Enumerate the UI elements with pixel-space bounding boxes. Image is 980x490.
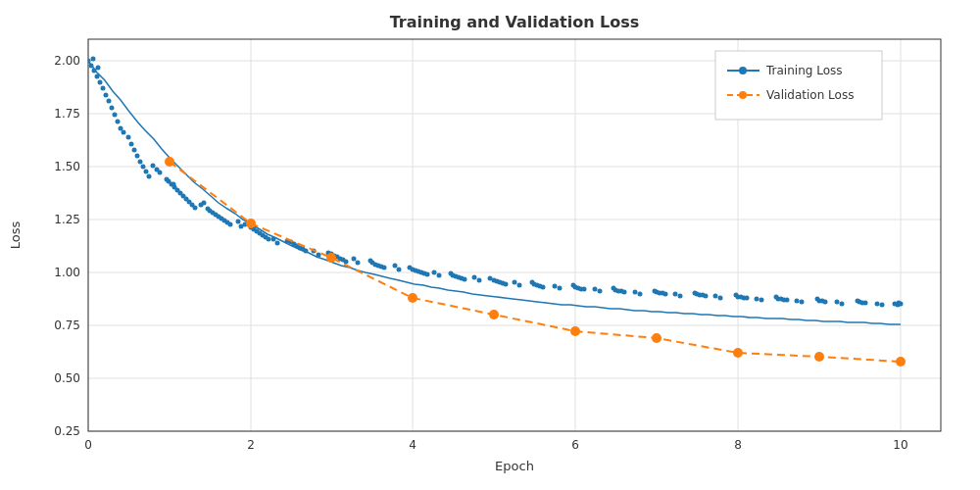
svg-point-206 <box>875 302 880 307</box>
svg-text:0.25: 0.25 <box>54 424 80 438</box>
svg-point-108 <box>504 282 509 287</box>
svg-text:1.00: 1.00 <box>54 266 80 279</box>
svg-point-197 <box>678 294 683 299</box>
svg-point-203 <box>800 300 805 305</box>
svg-point-48 <box>141 165 146 170</box>
svg-point-161 <box>653 289 658 294</box>
svg-point-171 <box>172 182 176 187</box>
svg-point-172 <box>202 201 207 206</box>
svg-point-116 <box>582 287 587 292</box>
svg-point-187 <box>477 278 482 283</box>
svg-point-154 <box>368 259 373 264</box>
svg-text:1.75: 1.75 <box>54 107 80 121</box>
svg-point-213 <box>570 326 580 336</box>
svg-point-183 <box>397 268 402 272</box>
svg-point-132 <box>745 296 750 301</box>
svg-text:1.50: 1.50 <box>54 160 80 173</box>
svg-point-168 <box>151 164 156 169</box>
svg-point-201 <box>760 298 764 303</box>
svg-point-169 <box>158 171 163 175</box>
svg-point-212 <box>489 310 499 319</box>
svg-point-188 <box>513 280 517 285</box>
svg-point-98 <box>425 272 430 277</box>
svg-point-163 <box>734 293 739 298</box>
svg-point-166 <box>856 299 860 304</box>
svg-point-92 <box>382 266 387 270</box>
svg-point-198 <box>713 294 718 299</box>
svg-text:0: 0 <box>84 438 92 452</box>
svg-point-217 <box>896 357 906 367</box>
svg-point-75 <box>267 237 271 242</box>
svg-point-180 <box>352 257 357 262</box>
svg-point-192 <box>593 287 598 292</box>
svg-point-136 <box>785 298 790 303</box>
svg-point-211 <box>408 293 417 303</box>
svg-point-44 <box>129 142 134 147</box>
chart-title: Training and Validation Loss <box>390 13 640 31</box>
svg-point-221 <box>739 91 747 99</box>
svg-point-185 <box>437 273 442 278</box>
svg-point-37 <box>104 93 109 98</box>
svg-point-202 <box>795 299 800 304</box>
svg-point-45 <box>132 148 137 153</box>
svg-point-147 <box>96 66 101 71</box>
svg-text:6: 6 <box>571 438 579 452</box>
svg-point-87 <box>344 260 349 265</box>
svg-point-184 <box>432 270 437 275</box>
svg-point-210 <box>326 253 336 263</box>
svg-point-38 <box>107 99 112 104</box>
svg-point-41 <box>116 120 121 124</box>
svg-text:0.75: 0.75 <box>54 318 80 332</box>
svg-point-33 <box>92 69 97 74</box>
svg-point-158 <box>530 280 535 285</box>
svg-point-165 <box>815 297 820 302</box>
svg-point-190 <box>553 284 558 289</box>
svg-point-193 <box>598 289 603 294</box>
svg-text:10: 10 <box>893 438 907 452</box>
svg-point-139 <box>823 300 828 305</box>
svg-point-170 <box>165 177 170 182</box>
svg-point-142 <box>863 301 868 306</box>
svg-point-204 <box>835 300 840 305</box>
svg-point-179 <box>317 253 321 258</box>
svg-point-199 <box>718 296 723 301</box>
svg-point-174 <box>236 220 241 224</box>
legend-box <box>715 51 882 120</box>
svg-point-209 <box>246 219 256 228</box>
svg-point-205 <box>840 302 845 307</box>
svg-point-200 <box>755 297 760 302</box>
svg-point-112 <box>541 285 546 290</box>
svg-point-81 <box>304 249 309 254</box>
svg-point-47 <box>138 160 143 165</box>
svg-point-39 <box>110 106 115 111</box>
svg-point-43 <box>126 135 131 140</box>
svg-point-40 <box>113 113 118 118</box>
svg-text:8: 8 <box>734 438 742 452</box>
svg-point-215 <box>733 348 743 358</box>
svg-point-157 <box>488 276 493 281</box>
svg-point-103 <box>463 277 467 282</box>
legend-training-label: Training Loss <box>765 64 842 77</box>
svg-point-156 <box>449 271 454 276</box>
svg-point-155 <box>408 266 413 270</box>
svg-point-191 <box>558 286 563 291</box>
svg-point-159 <box>571 283 576 288</box>
svg-point-120 <box>622 290 627 295</box>
svg-point-196 <box>673 292 678 297</box>
chart-container: Training and Validation Loss 0.25 0.50 0… <box>0 0 980 490</box>
svg-text:1.25: 1.25 <box>54 213 80 226</box>
svg-point-219 <box>739 67 747 74</box>
svg-point-162 <box>693 291 698 296</box>
y-axis-label: Loss <box>8 221 23 250</box>
svg-point-189 <box>517 283 522 288</box>
svg-point-34 <box>95 74 100 79</box>
svg-point-36 <box>101 86 106 91</box>
svg-point-124 <box>663 292 668 297</box>
svg-point-167 <box>897 301 902 306</box>
svg-point-68 <box>228 222 233 227</box>
svg-point-50 <box>147 174 152 179</box>
svg-text:2: 2 <box>247 438 255 452</box>
svg-point-216 <box>814 352 824 362</box>
svg-point-214 <box>652 333 662 343</box>
svg-point-146 <box>91 57 96 62</box>
